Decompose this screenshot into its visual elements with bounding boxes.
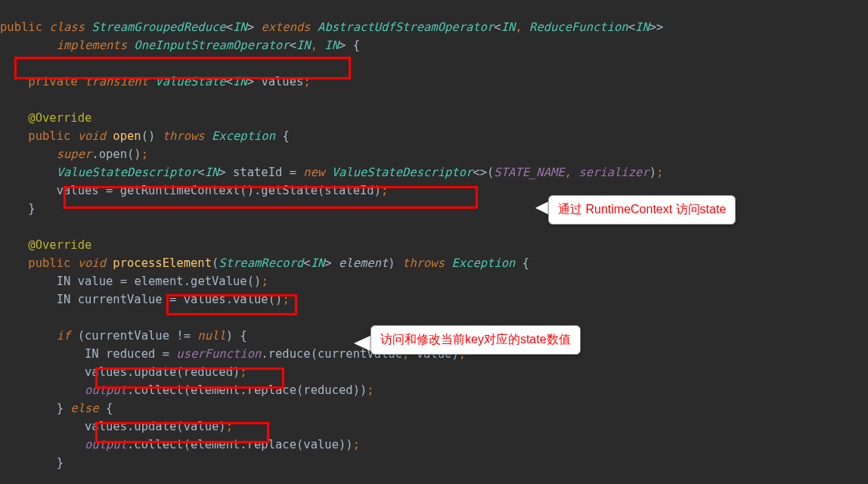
super-call: super xyxy=(57,147,92,161)
method-update: update xyxy=(134,365,176,379)
param-element: element xyxy=(339,256,388,270)
annotation-override: @Override xyxy=(28,111,91,125)
keyword-public: public xyxy=(0,20,42,34)
method-getstate: getState xyxy=(261,184,318,197)
callout-1: 通过 RuntimeContext 访问state xyxy=(548,195,736,225)
type-abstract: AbstractUdfStreamOperator xyxy=(318,20,494,34)
field-serializer: serializer xyxy=(578,166,649,179)
annotation-override: @Override xyxy=(28,238,91,252)
method-value: value xyxy=(233,293,268,306)
keyword-implements: implements xyxy=(57,39,127,52)
method-open: open xyxy=(113,129,141,143)
field-values: values xyxy=(261,75,303,88)
keyword-transient: transient xyxy=(85,75,148,88)
keyword-null: null xyxy=(197,329,225,343)
generic-in: IN xyxy=(233,20,247,34)
field-userfunction: userFunction xyxy=(176,347,261,361)
method-collect: collect xyxy=(134,383,183,397)
keyword-else: else xyxy=(70,402,98,415)
keyword-private: private xyxy=(28,75,77,88)
method-getruntimecontext: getRuntimeContext xyxy=(120,184,240,197)
keyword-class: class xyxy=(49,20,85,34)
callout-2-text: 访问和修改当前key对应的state数值 xyxy=(380,333,571,346)
method-reduce: reduce xyxy=(268,347,311,361)
callout-2: 访问和修改当前key对应的state数值 xyxy=(370,325,581,355)
field-output: output xyxy=(85,383,127,397)
method-replace: replace xyxy=(247,383,296,397)
type-streamrecord: StreamRecord xyxy=(219,256,303,270)
code-editor[interactable]: public class StreamGroupedReduce<IN> ext… xyxy=(0,0,868,472)
type-valuestate: ValueState xyxy=(155,75,225,88)
class-name: StreamGroupedReduce xyxy=(91,20,225,34)
method-update: update xyxy=(134,420,176,433)
type-oneinput: OneInputStreamOperator xyxy=(134,39,289,52)
type-vsd: ValueStateDescriptor xyxy=(57,166,198,179)
keyword-if: if xyxy=(57,329,71,343)
keyword-extends: extends xyxy=(261,20,310,34)
method-getvalue: getValue xyxy=(191,275,247,288)
callout-1-text: 通过 RuntimeContext 访问state xyxy=(558,203,726,216)
method-processelement: processElement xyxy=(113,256,212,270)
const-statename: STATE_NAME xyxy=(494,166,564,179)
